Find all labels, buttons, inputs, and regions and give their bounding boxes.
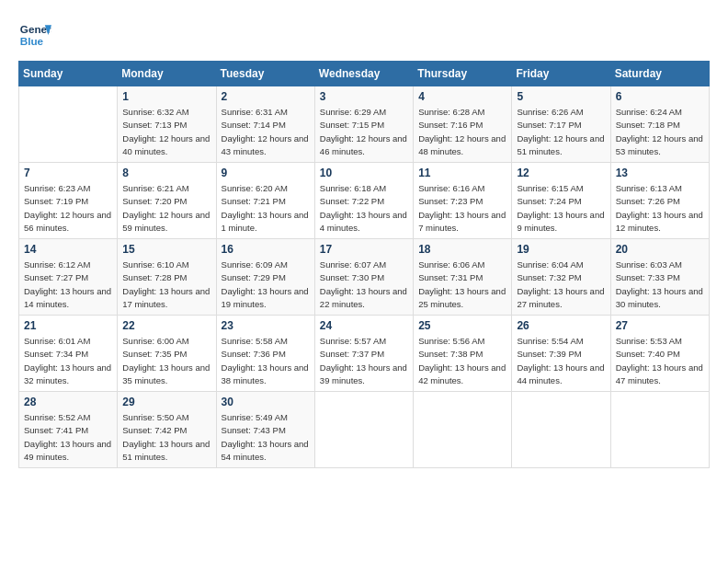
- day-number: 5: [517, 90, 605, 103]
- calendar-cell: 22 Sunrise: 6:00 AM Sunset: 7:35 PM Dayl…: [118, 316, 216, 392]
- day-info: Sunrise: 6:00 AM Sunset: 7:35 PM Dayligh…: [122, 335, 210, 387]
- day-number: 22: [122, 319, 210, 332]
- calendar-cell: 8 Sunrise: 6:21 AM Sunset: 7:20 PM Dayli…: [118, 163, 216, 239]
- calendar-cell: [314, 392, 413, 468]
- day-number: 27: [616, 319, 704, 332]
- calendar-body: 1 Sunrise: 6:32 AM Sunset: 7:13 PM Dayli…: [19, 86, 710, 468]
- day-number: 21: [24, 319, 112, 332]
- day-info: Sunrise: 6:06 AM Sunset: 7:31 PM Dayligh…: [418, 259, 506, 311]
- day-number: 28: [24, 396, 112, 408]
- day-info: Sunrise: 5:58 AM Sunset: 7:36 PM Dayligh…: [222, 335, 310, 387]
- day-number: 15: [122, 243, 210, 256]
- calendar-cell: 21 Sunrise: 6:01 AM Sunset: 7:34 PM Dayl…: [19, 316, 118, 392]
- calendar-cell: [19, 86, 118, 163]
- weekday-header: Tuesday: [216, 62, 314, 86]
- calendar-cell: 2 Sunrise: 6:31 AM Sunset: 7:14 PM Dayli…: [216, 86, 314, 163]
- day-info: Sunrise: 5:57 AM Sunset: 7:37 PM Dayligh…: [320, 335, 408, 387]
- weekday-header: Friday: [512, 62, 610, 86]
- calendar-cell: 5 Sunrise: 6:26 AM Sunset: 7:17 PM Dayli…: [512, 86, 610, 163]
- calendar-cell: 3 Sunrise: 6:29 AM Sunset: 7:15 PM Dayli…: [314, 86, 413, 163]
- calendar-cell: 12 Sunrise: 6:15 AM Sunset: 7:24 PM Dayl…: [512, 163, 610, 239]
- page-header: General Blue: [18, 18, 710, 52]
- calendar-cell: 17 Sunrise: 6:07 AM Sunset: 7:30 PM Dayl…: [314, 239, 413, 316]
- calendar-week-row: 14 Sunrise: 6:12 AM Sunset: 7:27 PM Dayl…: [19, 239, 710, 316]
- day-number: 23: [222, 319, 310, 332]
- calendar-cell: 28 Sunrise: 5:52 AM Sunset: 7:41 PM Dayl…: [19, 392, 118, 468]
- day-number: 26: [517, 319, 605, 332]
- day-info: Sunrise: 5:49 AM Sunset: 7:43 PM Dayligh…: [222, 411, 310, 464]
- calendar-cell: 1 Sunrise: 6:32 AM Sunset: 7:13 PM Dayli…: [118, 86, 216, 163]
- day-info: Sunrise: 6:32 AM Sunset: 7:13 PM Dayligh…: [122, 106, 210, 158]
- day-info: Sunrise: 5:54 AM Sunset: 7:39 PM Dayligh…: [517, 335, 605, 387]
- weekday-header: Wednesday: [314, 62, 413, 86]
- day-number: 11: [418, 167, 506, 179]
- calendar-table: SundayMondayTuesdayWednesdayThursdayFrid…: [18, 61, 710, 468]
- calendar-cell: 11 Sunrise: 6:16 AM Sunset: 7:23 PM Dayl…: [414, 163, 512, 239]
- day-number: 1: [122, 90, 210, 103]
- day-info: Sunrise: 6:10 AM Sunset: 7:28 PM Dayligh…: [122, 259, 210, 311]
- calendar-cell: 13 Sunrise: 6:13 AM Sunset: 7:26 PM Dayl…: [610, 163, 709, 239]
- day-number: 8: [122, 167, 210, 179]
- day-number: 9: [222, 167, 310, 179]
- calendar-week-row: 21 Sunrise: 6:01 AM Sunset: 7:34 PM Dayl…: [19, 316, 710, 392]
- calendar-cell: 14 Sunrise: 6:12 AM Sunset: 7:27 PM Dayl…: [19, 239, 118, 316]
- calendar-cell: 20 Sunrise: 6:03 AM Sunset: 7:33 PM Dayl…: [610, 239, 709, 316]
- calendar-cell: 23 Sunrise: 5:58 AM Sunset: 7:36 PM Dayl…: [216, 316, 314, 392]
- calendar-week-row: 1 Sunrise: 6:32 AM Sunset: 7:13 PM Dayli…: [19, 86, 710, 163]
- calendar-cell: 26 Sunrise: 5:54 AM Sunset: 7:39 PM Dayl…: [512, 316, 610, 392]
- day-number: 25: [418, 319, 506, 332]
- day-info: Sunrise: 6:21 AM Sunset: 7:20 PM Dayligh…: [122, 182, 210, 235]
- day-number: 12: [517, 167, 605, 179]
- day-info: Sunrise: 6:29 AM Sunset: 7:15 PM Dayligh…: [320, 106, 408, 158]
- logo-icon: General Blue: [18, 18, 51, 52]
- day-info: Sunrise: 5:53 AM Sunset: 7:40 PM Dayligh…: [616, 335, 704, 387]
- day-number: 30: [222, 396, 310, 408]
- calendar-cell: [610, 392, 709, 468]
- day-info: Sunrise: 6:18 AM Sunset: 7:22 PM Dayligh…: [320, 182, 408, 235]
- day-info: Sunrise: 6:01 AM Sunset: 7:34 PM Dayligh…: [24, 335, 112, 387]
- calendar-cell: [512, 392, 610, 468]
- day-info: Sunrise: 6:07 AM Sunset: 7:30 PM Dayligh…: [320, 259, 408, 311]
- day-info: Sunrise: 6:24 AM Sunset: 7:18 PM Dayligh…: [616, 106, 704, 158]
- day-number: 20: [616, 243, 704, 256]
- calendar-cell: 9 Sunrise: 6:20 AM Sunset: 7:21 PM Dayli…: [216, 163, 314, 239]
- day-number: 2: [222, 90, 310, 103]
- day-info: Sunrise: 6:15 AM Sunset: 7:24 PM Dayligh…: [517, 182, 605, 235]
- calendar-cell: 18 Sunrise: 6:06 AM Sunset: 7:31 PM Dayl…: [414, 239, 512, 316]
- calendar-cell: 10 Sunrise: 6:18 AM Sunset: 7:22 PM Dayl…: [314, 163, 413, 239]
- logo: General Blue: [18, 18, 55, 52]
- day-number: 29: [122, 396, 210, 408]
- day-info: Sunrise: 6:03 AM Sunset: 7:33 PM Dayligh…: [616, 259, 704, 311]
- weekday-header: Monday: [118, 62, 216, 86]
- day-number: 7: [24, 167, 112, 179]
- calendar-cell: 29 Sunrise: 5:50 AM Sunset: 7:42 PM Dayl…: [118, 392, 216, 468]
- weekday-header: Saturday: [610, 62, 709, 86]
- calendar-cell: 24 Sunrise: 5:57 AM Sunset: 7:37 PM Dayl…: [314, 316, 413, 392]
- day-info: Sunrise: 6:28 AM Sunset: 7:16 PM Dayligh…: [418, 106, 506, 158]
- calendar-cell: 15 Sunrise: 6:10 AM Sunset: 7:28 PM Dayl…: [118, 239, 216, 316]
- day-info: Sunrise: 6:16 AM Sunset: 7:23 PM Dayligh…: [418, 182, 506, 235]
- day-number: 13: [616, 167, 704, 179]
- calendar-cell: 4 Sunrise: 6:28 AM Sunset: 7:16 PM Dayli…: [414, 86, 512, 163]
- day-info: Sunrise: 6:26 AM Sunset: 7:17 PM Dayligh…: [517, 106, 605, 158]
- day-number: 17: [320, 243, 408, 256]
- day-info: Sunrise: 6:09 AM Sunset: 7:29 PM Dayligh…: [222, 259, 310, 311]
- calendar-cell: 30 Sunrise: 5:49 AM Sunset: 7:43 PM Dayl…: [216, 392, 314, 468]
- weekday-header: Thursday: [414, 62, 512, 86]
- calendar-cell: 16 Sunrise: 6:09 AM Sunset: 7:29 PM Dayl…: [216, 239, 314, 316]
- day-number: 14: [24, 243, 112, 256]
- weekday-row: SundayMondayTuesdayWednesdayThursdayFrid…: [19, 62, 710, 86]
- day-info: Sunrise: 6:20 AM Sunset: 7:21 PM Dayligh…: [222, 182, 310, 235]
- calendar-week-row: 28 Sunrise: 5:52 AM Sunset: 7:41 PM Dayl…: [19, 392, 710, 468]
- calendar-cell: [414, 392, 512, 468]
- day-number: 24: [320, 319, 408, 332]
- weekday-header: Sunday: [19, 62, 118, 86]
- calendar-cell: 6 Sunrise: 6:24 AM Sunset: 7:18 PM Dayli…: [610, 86, 709, 163]
- day-number: 16: [222, 243, 310, 256]
- calendar-header: SundayMondayTuesdayWednesdayThursdayFrid…: [19, 62, 710, 86]
- day-number: 19: [517, 243, 605, 256]
- calendar-cell: 19 Sunrise: 6:04 AM Sunset: 7:32 PM Dayl…: [512, 239, 610, 316]
- day-info: Sunrise: 6:31 AM Sunset: 7:14 PM Dayligh…: [222, 106, 310, 158]
- day-number: 18: [418, 243, 506, 256]
- day-info: Sunrise: 5:56 AM Sunset: 7:38 PM Dayligh…: [418, 335, 506, 387]
